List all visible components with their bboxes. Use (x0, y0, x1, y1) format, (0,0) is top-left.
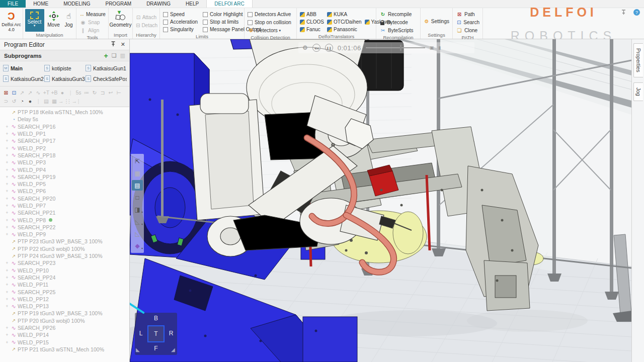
timeline-handle[interactable] (400, 45, 401, 51)
tree-row[interactable]: + WELD_PP8 (0, 216, 129, 223)
collision-checkbox-row[interactable]: Detectors Active (248, 11, 293, 18)
subprogram-item[interactable]: M Main (3, 63, 44, 73)
limits-checkbox-row[interactable]: Singularity (163, 26, 198, 33)
editor-toolbar-icon[interactable]: ▤ (42, 98, 50, 104)
tree-row[interactable]: + WELD_PP15 (0, 339, 129, 346)
editor-toolbar-icon[interactable]: | (66, 89, 74, 96)
editor-toolbar-icon[interactable]: ≔ (83, 89, 91, 96)
tree-row[interactable]: + WELD_PP4 (0, 166, 129, 173)
editor-toolbar-icon[interactable]: ⊢ (115, 89, 123, 96)
editor-toolbar-icon[interactable]: ↻ (91, 89, 99, 96)
expander-icon[interactable]: + (5, 182, 10, 187)
expander-icon[interactable]: + (5, 290, 10, 295)
move-button[interactable]: Move (46, 9, 61, 32)
expander-icon[interactable]: + (5, 225, 10, 230)
checkbox[interactable] (248, 20, 253, 25)
editor-toolbar-icon[interactable]: +B (50, 89, 58, 96)
tree-row[interactable]: PTP P23 tGun3 WP_BASE_3 100% (0, 238, 129, 245)
nav-corner-icon[interactable]: ◢ (171, 347, 175, 352)
tree-row[interactable]: + SEARCH_PP18 (0, 152, 129, 159)
expander-icon[interactable]: + (5, 196, 10, 201)
translator-button[interactable]: CLOOS (300, 18, 324, 26)
export-image-icon[interactable]: ▣ (430, 45, 434, 50)
editor-toolbar-icon[interactable]: ▦ (50, 98, 58, 104)
limits-checkbox-row[interactable]: Acceleration (163, 18, 198, 26)
tree-row[interactable]: + SEARCH_PP17 (0, 137, 129, 144)
tree-row[interactable]: + SEARCH_PP16 (0, 123, 129, 130)
nav-face-right[interactable]: R (166, 330, 176, 337)
view-tool-button[interactable]: ◆ ▾ (132, 240, 143, 251)
expander-icon[interactable]: + (5, 124, 10, 129)
expander-icon[interactable]: + (5, 138, 10, 143)
editor-toolbar-icon[interactable]: ⊐ (99, 89, 107, 96)
checkbox[interactable] (248, 12, 253, 17)
view-tool-button[interactable]: ▦ (132, 168, 143, 178)
view-tool-button[interactable]: ⇱ (132, 156, 143, 166)
editor-toolbar-icon[interactable]: ⋮→ (66, 98, 74, 104)
bytescripts-button[interactable]: ✂ ByteScripts (379, 27, 417, 34)
expander-icon[interactable]: + (5, 174, 10, 179)
limits-checkbox-row[interactable]: Speed (163, 11, 198, 18)
tree-row[interactable]: PTP P21 tGun3 wSTN1_Mech 100% (0, 346, 129, 353)
tree-row[interactable]: + SEARCH_PP22 (0, 224, 129, 231)
ribbon-tab[interactable]: DELFOI ARC (206, 0, 252, 8)
tree-row[interactable]: + SEARCH_PP20 (0, 195, 129, 202)
side-panel-tab[interactable]: Jog (633, 82, 643, 101)
translator-button[interactable]: OTC/Daihen (327, 18, 362, 26)
ribbon-tab[interactable]: FILE (0, 0, 26, 8)
tree-row[interactable]: + WELD_PP3 (0, 159, 129, 166)
expander-icon[interactable]: + (5, 282, 10, 287)
checkbox[interactable] (203, 12, 208, 17)
ribbon-tab[interactable]: HOME (26, 0, 56, 8)
tree-row[interactable]: + SEARCH_PP23 (0, 259, 129, 266)
expander-icon[interactable]: + (5, 325, 10, 330)
editor-toolbar-icon[interactable]: ⊠ (2, 89, 10, 96)
editor-toolbar-icon[interactable]: | (74, 98, 83, 104)
tree-row[interactable]: + WELD_PP2 (0, 144, 129, 151)
tree-row[interactable]: + WELD_PP13 (0, 303, 129, 310)
ribbon-tab[interactable]: DRAWING (139, 0, 178, 8)
path-tool-button[interactable]: ⊠ Path (456, 11, 479, 18)
editor-toolbar-icon[interactable]: →⋮ (58, 98, 66, 104)
pause-button[interactable]: ❚❚ (325, 44, 333, 52)
nav-face-left[interactable]: L (136, 330, 146, 337)
nav-face-top[interactable]: T (147, 325, 165, 342)
side-panel-tab[interactable]: Properties (633, 43, 643, 77)
subprogram-item[interactable]: S KatkaisuGun1 (86, 63, 127, 73)
tree-row[interactable]: + SEARCH_PP21 (0, 209, 129, 216)
tree-row[interactable]: PTP P24 tGun3 WP_BASE_3 100% (0, 252, 129, 259)
pin-panel-icon[interactable] (111, 41, 116, 48)
editor-toolbar-icon[interactable]: +T (42, 89, 50, 96)
expander-icon[interactable]: + (5, 153, 10, 158)
tree-row[interactable]: + WELD_PP12 (0, 296, 129, 303)
collision-checkbox-row[interactable]: Stop on collision (248, 19, 293, 26)
tree-row[interactable]: + SEARCH_PP19 (0, 173, 129, 180)
editor-toolbar-icon[interactable]: ● (58, 89, 66, 96)
editor-toolbar-icon[interactable]: ↗ (26, 89, 34, 96)
editor-toolbar-icon[interactable]: ↩ (107, 89, 115, 96)
nav-face-front[interactable]: F (151, 345, 161, 352)
nav-face-back[interactable]: B (151, 315, 161, 322)
tree-row[interactable]: + WELD_PP9 (0, 231, 129, 238)
ribbon-tab[interactable]: PROGRAM (98, 0, 139, 8)
settings-button[interactable]: ⚙ Settings (424, 18, 449, 25)
tree-row[interactable]: + WELD_PP7 (0, 202, 129, 209)
viewport-3d[interactable]: ⚙ ◀◀ ❚❚ 0:01:06 ▣ ▮ ⇱ ▦ (130, 39, 631, 362)
add-subprogram-icon[interactable]: + (104, 52, 108, 60)
jog-button[interactable]: ☝ Jog (62, 9, 75, 32)
scene-3d[interactable] (130, 39, 631, 362)
expander-icon[interactable]: + (5, 210, 10, 215)
copy-subprogram-icon[interactable]: ❏ (112, 52, 117, 59)
expander-icon[interactable]: + (5, 332, 10, 337)
close-panel-icon[interactable]: ✕ (121, 41, 125, 48)
subprogram-item[interactable]: S CheckSafePos (86, 73, 127, 84)
editor-toolbar-icon[interactable]: | (34, 98, 42, 104)
skip-back-button[interactable]: ◀◀ (312, 44, 320, 52)
expander-icon[interactable]: + (5, 232, 10, 237)
delete-subprogram-icon[interactable]: ▥ (120, 52, 125, 59)
expander-icon[interactable]: + (5, 260, 10, 265)
checkbox[interactable] (203, 20, 208, 25)
view-tool-button[interactable]: □ (132, 192, 143, 203)
view-tool-button[interactable]: ◺ ▾ (132, 216, 143, 227)
tree-row[interactable]: + WELD_PP6 (0, 188, 129, 195)
